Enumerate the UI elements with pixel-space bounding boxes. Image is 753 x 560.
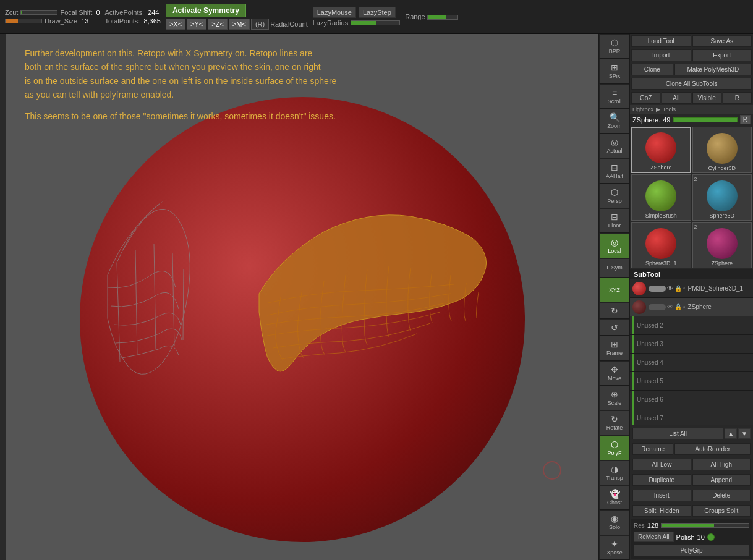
subtool-item-unused5[interactable]: Unused 5 xyxy=(630,372,753,391)
radial-paren-button[interactable]: (R) xyxy=(251,19,269,30)
sidebar-btn-xyz[interactable]: XYZ xyxy=(599,278,630,302)
sidebar-btn-floor[interactable]: ⊟ Floor xyxy=(599,208,630,233)
subtool-item-unused4[interactable]: Unused 4 xyxy=(630,354,753,372)
sidebar-btn-frame[interactable]: ⊞ Frame xyxy=(599,336,630,360)
subtool-item-unused7[interactable]: Unused 7 xyxy=(630,409,753,425)
unused2-name: Unused 2 xyxy=(637,322,751,329)
bottom-btn-section: List All ▲ ▼ Rename AutoReorder All Low … xyxy=(630,425,753,560)
focal-shift-slider[interactable] xyxy=(20,10,57,15)
r-button[interactable]: R xyxy=(723,92,752,104)
sidebar-btn-move[interactable]: ✥ Move xyxy=(599,361,630,386)
sidebar-btn-local[interactable]: ◎ Local xyxy=(599,233,630,258)
import-export-row: Import Export xyxy=(630,48,753,62)
split-hidden-button[interactable]: Split_Hidden xyxy=(632,505,691,517)
scale-label: Scale xyxy=(608,400,622,406)
pm3d-toggle[interactable] xyxy=(649,286,666,292)
sidebar-btn-ghost[interactable]: 👻 Ghost xyxy=(599,485,630,510)
viewport[interactable]: Further development on this. Retopo with… xyxy=(6,34,598,560)
activate-symmetry-button[interactable]: Activate Symmetry xyxy=(166,4,246,17)
res-slider[interactable] xyxy=(661,523,749,528)
sidebar-btn-transp[interactable]: ◑ Transp xyxy=(599,460,630,485)
bpr-icon: ⬡ xyxy=(611,38,618,47)
subtool-list[interactable]: 👁 🔒 ▫ PM3D_Sphere3D_1 👁 🔒 ▫ ZSphere xyxy=(630,279,753,425)
zsphere-r-button[interactable]: R xyxy=(740,115,751,124)
groups-split-button[interactable]: Groups Split xyxy=(692,505,751,517)
subtool-item-pm3d[interactable]: 👁 🔒 ▫ PM3D_Sphere3D_1 xyxy=(630,279,753,298)
polish-label: Polish xyxy=(676,533,695,541)
export-button[interactable]: Export xyxy=(692,49,752,61)
lazy-radius-slider[interactable] xyxy=(351,20,400,25)
unused6-bar xyxy=(632,391,634,409)
rename-row: Rename AutoReorder xyxy=(631,442,752,456)
delete-button[interactable]: Delete xyxy=(692,490,751,501)
tool-item-cylinder3d[interactable]: Cylinder3D xyxy=(692,127,752,173)
clone-button[interactable]: Clone xyxy=(631,64,673,75)
cylinder3d-icon xyxy=(707,133,738,164)
sidebar-btn-scroll[interactable]: ≡ Scroll xyxy=(599,84,630,109)
m-axis-button[interactable]: >M< xyxy=(229,19,250,30)
range-slider[interactable] xyxy=(427,15,458,20)
zsphere-icon xyxy=(645,132,676,163)
insert-button[interactable]: Insert xyxy=(632,490,691,501)
points-stats: ActivePoints: 244 TotalPoints: 8,365 xyxy=(105,9,161,25)
y-axis-button[interactable]: >Y< xyxy=(187,19,206,30)
sidebar-btn-solo[interactable]: ◉ Solo xyxy=(599,510,630,535)
subtool-item-unused6[interactable]: Unused 6 xyxy=(630,391,753,409)
arrow-up-button[interactable]: ▲ xyxy=(725,428,737,439)
xpose-icon: ✦ xyxy=(611,540,618,548)
tool-item-sphere3d[interactable]: 2 Sphere3D xyxy=(692,174,752,221)
sidebar-btn-scale[interactable]: ⊕ Scale xyxy=(599,386,630,410)
sidebar-btn-aahalf[interactable]: ⊟ AAHalf xyxy=(599,158,630,183)
all-button[interactable]: All xyxy=(662,92,691,104)
x-axis-button[interactable]: >X< xyxy=(166,19,185,30)
all-high-button[interactable]: All High xyxy=(692,459,751,470)
zsphere-slider[interactable] xyxy=(673,117,738,122)
lazy-mouse-button[interactable]: LazyMouse xyxy=(313,7,356,18)
sidebar-btn-bpr[interactable]: ⬡ BPR xyxy=(599,34,630,59)
list-all-button[interactable]: List All xyxy=(632,428,723,439)
polygrp-button[interactable]: PolyGrp xyxy=(634,545,749,556)
import-button[interactable]: Import xyxy=(631,49,691,61)
sidebar-btn-rot1[interactable]: ↻ xyxy=(599,302,630,319)
sidebar-btn-xpose[interactable]: ✦ Xpose xyxy=(599,535,630,560)
arrow-down-button[interactable]: ▼ xyxy=(738,428,751,439)
visible-button[interactable]: Visible xyxy=(692,92,721,104)
sidebar-btn-actual[interactable]: ◎ Actual xyxy=(599,134,630,158)
append-button[interactable]: Append xyxy=(692,474,751,486)
tool-item-zsphere2[interactable]: 2 ZSphere xyxy=(692,222,752,268)
all-low-button[interactable]: All Low xyxy=(632,459,691,470)
sidebar-btn-lsym[interactable]: L.Sym xyxy=(599,258,630,278)
rename-button[interactable]: Rename xyxy=(632,443,673,455)
tool-item-zsphere[interactable]: ZSphere xyxy=(631,127,691,173)
ghost-icon: 👻 xyxy=(610,490,620,498)
canvas-area[interactable]: Further development on this. Retopo with… xyxy=(6,34,598,560)
tool-item-simplebrush[interactable]: SimpleBrush xyxy=(631,174,691,221)
remesh-all-button[interactable]: ReMesh All xyxy=(634,532,674,542)
subtool-item-zsphere[interactable]: 👁 🔒 ▫ ZSphere xyxy=(630,298,753,316)
sidebar-btn-polyf[interactable]: ⬡ PolyF xyxy=(599,435,630,460)
load-tool-button[interactable]: Load Tool xyxy=(631,35,691,47)
sidebar-btn-rotate[interactable]: ↻ Rotate xyxy=(599,410,630,435)
auto-reorder-button[interactable]: AutoReorder xyxy=(674,443,751,455)
sidebar-btn-zoom[interactable]: 🔍 Zoom xyxy=(599,109,630,134)
aahalf-icon: ⊟ xyxy=(611,163,618,172)
sidebar-btn-spix[interactable]: ⊞ SPix xyxy=(599,59,630,83)
sidebar-btn-persp[interactable]: ⬡ Persp xyxy=(599,184,630,208)
goz-button[interactable]: GoZ xyxy=(631,92,660,104)
make-polymesh-button[interactable]: Make PolyMesh3D xyxy=(674,64,752,75)
save-as-button[interactable]: Save As xyxy=(692,35,752,47)
sidebar-btn-rot2[interactable]: ↺ xyxy=(599,319,630,336)
clone-all-subtools-button[interactable]: Clone All SubTools xyxy=(631,78,752,90)
polyf-icon: ⬡ xyxy=(611,440,618,449)
subtool-item-unused3[interactable]: Unused 3 xyxy=(630,335,753,354)
pm3d-name: PM3D_Sphere3D_1 xyxy=(688,285,751,292)
tool-item-sphere3d1[interactable]: Sphere3D_1 xyxy=(631,222,691,268)
zsphere-toggle[interactable] xyxy=(649,304,666,310)
duplicate-button[interactable]: Duplicate xyxy=(632,474,691,486)
z-axis-button[interactable]: >Z< xyxy=(208,19,228,30)
lightbox-header[interactable]: Lightbox ▶ Tools xyxy=(630,105,753,114)
spix-label: SPix xyxy=(609,73,621,79)
subtool-item-unused2[interactable]: Unused 2 xyxy=(630,316,753,335)
lazy-step-button[interactable]: LazyStep xyxy=(359,7,396,18)
draw-size-slider[interactable] xyxy=(5,19,42,23)
